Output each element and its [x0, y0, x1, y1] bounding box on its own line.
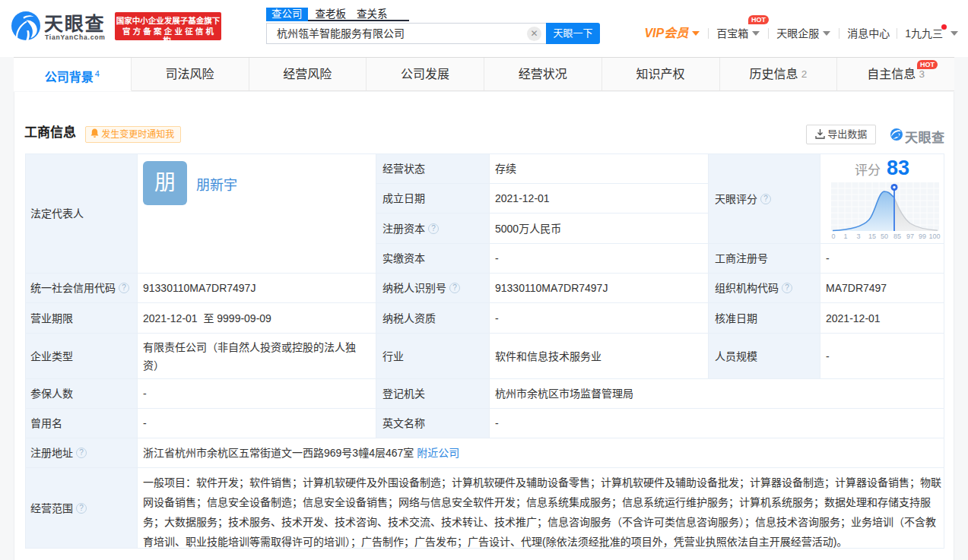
svg-text:0: 0 — [831, 233, 835, 240]
svg-text:15: 15 — [868, 233, 876, 240]
svg-text:100: 100 — [928, 233, 940, 240]
svg-text:97: 97 — [906, 233, 914, 240]
svg-text:85: 85 — [893, 233, 901, 240]
svg-text:99: 99 — [919, 233, 926, 240]
svg-text:50: 50 — [881, 233, 888, 240]
svg-text:1: 1 — [843, 233, 847, 240]
svg-text:3: 3 — [856, 233, 860, 240]
